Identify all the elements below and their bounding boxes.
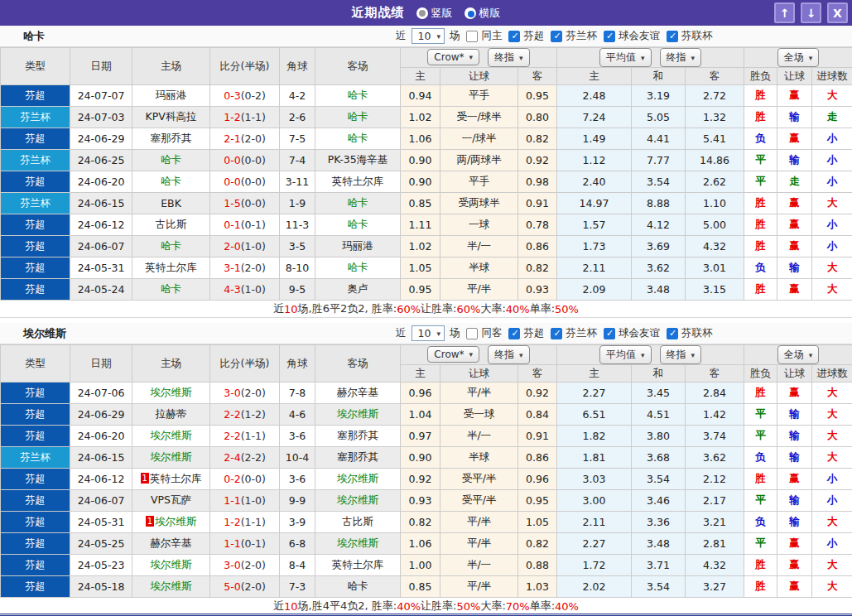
team-name-text: 埃尔维斯 (337, 493, 378, 506)
radio-icon[interactable] (465, 7, 476, 19)
odds-away-cell: 0.86 (518, 236, 557, 257)
match-count-select[interactable]: 10▾ (412, 28, 445, 44)
match-count-value: 10 (418, 30, 431, 42)
odds-provider-select[interactable]: Crow*▾ (427, 49, 479, 65)
result-handicap-cell: 赢 (777, 469, 812, 490)
result-handicap-cell: 赢 (777, 555, 812, 576)
home-team-cell: 1埃尔维斯 (132, 512, 210, 533)
odds-provider-select[interactable]: Crow*▾ (427, 346, 479, 363)
summary-segment: 让胜率: (421, 599, 456, 614)
halftime-score: (1-1) (241, 430, 266, 442)
same-home-label: 同主 (481, 29, 502, 43)
handicap-cell: 受一/球半 (440, 107, 518, 128)
final-value: 终指 (494, 348, 514, 362)
final-value: 终指 (667, 51, 686, 65)
radio-icon[interactable] (416, 7, 428, 19)
average-value: 平均值 (606, 348, 636, 362)
near-label: 近 (396, 326, 407, 340)
corners-cell: 3-6 (280, 426, 315, 447)
avg-draw-cell: 3.48 (632, 533, 686, 555)
avg-draw-cell: 4.41 (632, 128, 686, 150)
match-count-select[interactable]: 10▾ (412, 325, 445, 341)
final-odds-select[interactable]: 终指▾ (488, 48, 530, 67)
odds-away-cell: 0.78 (518, 214, 557, 236)
team-name-text: 埃尔维斯 (151, 429, 192, 441)
average-select[interactable]: 平均值▾ (599, 345, 652, 364)
odds-home-cell: 1.11 (401, 214, 440, 236)
result-handicap-cell: 赢 (777, 193, 812, 214)
same-home-checkbox[interactable] (466, 31, 478, 42)
section-header: 埃尔维斯 近 10▾ 场 同客 芬超 芬兰杯 球会友谊 芬联杯 (0, 323, 852, 344)
chevron-down-icon: ▾ (469, 350, 474, 359)
team-name: 哈卡 (23, 29, 45, 44)
average-select[interactable]: 平均值▾ (599, 48, 652, 67)
avg-away-cell: 4.32 (686, 236, 744, 257)
fulltime-score: 1-5 (224, 197, 240, 209)
final-value: 终指 (667, 348, 686, 362)
fulltime-score: 2-4 (224, 451, 240, 464)
avg-home-cell: 3.00 (557, 490, 632, 512)
league-checkbox-club-friendly[interactable] (604, 328, 615, 339)
handicap-cell: 半球 (440, 257, 518, 279)
radio-vertical-layout[interactable]: 竖版 (416, 6, 453, 21)
result-goals-cell: 小 (812, 171, 852, 193)
halftime-score: (2-0) (241, 580, 266, 593)
result-wdl-cell: 负 (744, 512, 777, 533)
final-value: 终指 (494, 51, 514, 65)
league-checkbox-club-friendly[interactable] (604, 31, 615, 42)
col-result-wdl: 胜负 (744, 365, 777, 383)
fulltime-score: 2-0 (224, 240, 240, 253)
result-goals-cell: 小 (812, 236, 852, 257)
league-checkbox-finland-league-cup[interactable] (667, 328, 678, 339)
avg-away-cell: 2.81 (686, 533, 744, 555)
league-cell: 芬超 (1, 404, 70, 426)
avg-draw-cell: 3.69 (632, 236, 686, 257)
section-header: 哈卡 近 10▾ 场 同主 芬超 芬兰杯 球会友谊 芬联杯 (0, 26, 852, 47)
league-cell: 芬超 (1, 236, 70, 257)
provider-value: Crow* (434, 349, 464, 360)
summary-segment: 40% (506, 303, 530, 315)
corners-cell: 7-5 (280, 128, 315, 150)
col-score: 比分(半场) (210, 48, 280, 85)
fulltime-score: 2-1 (224, 132, 240, 145)
league-checkbox-finland-league-cup[interactable] (667, 31, 678, 42)
final-odds-select[interactable]: 终指▾ (660, 48, 702, 67)
radio-horizontal-label: 横版 (479, 6, 501, 21)
corners-cell: 6-8 (280, 533, 315, 555)
date-cell: 24-06-15 (70, 447, 132, 469)
avg-away-cell: 3.74 (686, 426, 744, 447)
corners-cell: 3-11 (280, 171, 315, 193)
avg-draw-cell: 5.05 (632, 107, 686, 128)
league-checkbox-finland-super[interactable] (508, 31, 520, 42)
final-odds-select[interactable]: 终指▾ (660, 345, 702, 364)
move-down-button[interactable]: ↓ (801, 2, 821, 23)
date-cell: 24-05-31 (70, 512, 132, 533)
odds-away-cell: 0.96 (518, 469, 557, 490)
col-avg-away: 客 (686, 365, 744, 383)
scope-select[interactable]: 全场▾ (777, 345, 820, 364)
scope-select[interactable]: 全场▾ (777, 48, 820, 67)
same-away-checkbox[interactable] (466, 328, 478, 339)
close-button[interactable]: X (827, 2, 848, 23)
move-up-button[interactable]: ↑ (774, 2, 795, 23)
away-team-cell: 哈卡 (315, 85, 401, 107)
avg-draw-cell: 4.12 (632, 214, 686, 236)
halftime-score: (0-0) (241, 473, 266, 485)
league-checkbox-finland-cup[interactable] (551, 328, 562, 339)
away-team-cell: 埃尔维斯 (315, 404, 401, 426)
result-handicap-cell: 赢 (777, 576, 812, 598)
avg-draw-cell: 3.36 (632, 512, 686, 533)
radio-horizontal-layout[interactable]: 横版 (465, 6, 501, 21)
result-handicap-cell: 输 (777, 107, 812, 128)
team-name-text: 塞那乔其 (337, 429, 378, 441)
col-home: 主场 (132, 48, 210, 85)
avg-draw-cell: 3.71 (632, 555, 686, 576)
rank-badge: 1 (146, 516, 154, 527)
avg-away-cell: 5.00 (686, 214, 744, 236)
arrow-down-icon: ↓ (806, 7, 816, 20)
league-checkbox-finland-cup[interactable] (551, 31, 562, 42)
final-odds-select[interactable]: 终指▾ (488, 345, 530, 364)
league-checkbox-finland-super[interactable] (508, 328, 520, 339)
fulltime-score: 1-1 (224, 537, 240, 550)
summary-segment: 场,胜6平2负2, 胜率: (298, 301, 397, 316)
